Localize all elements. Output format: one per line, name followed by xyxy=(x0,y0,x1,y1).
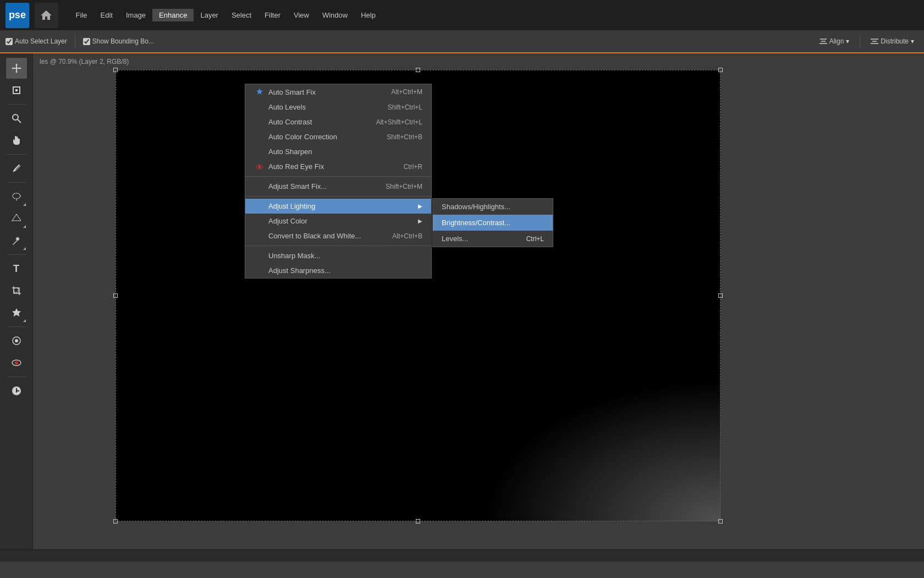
svg-point-6 xyxy=(13,114,18,120)
tool-crop[interactable] xyxy=(6,280,27,301)
convert-bw-shortcut: Alt+Ctrl+B xyxy=(392,232,422,240)
tool-sep-3 xyxy=(7,182,26,183)
auto-color-label: Auto Color Correction xyxy=(268,133,337,141)
menu-file[interactable]: File xyxy=(69,9,94,21)
tool-polygon[interactable] xyxy=(6,208,27,229)
svg-rect-5 xyxy=(871,43,878,44)
adjust-color-arrow: ▶ xyxy=(418,218,422,224)
toolbar: Auto Select Layer Show Bounding Bo... Al… xyxy=(0,30,924,53)
menu-bar: File Edit Image Enhance Layer Select Fil… xyxy=(69,9,919,21)
auto-contrast-label: Auto Contrast xyxy=(268,118,312,126)
menu-edit[interactable]: Edit xyxy=(94,9,119,21)
tool-shape[interactable] xyxy=(6,302,27,323)
svg-point-8 xyxy=(13,193,20,199)
title-bar: pse File Edit Image Enhance Layer Select… xyxy=(0,0,924,30)
submenu-levels[interactable]: Levels... Ctrl+L xyxy=(433,231,553,247)
auto-select-group: Auto Select Layer xyxy=(6,37,67,45)
home-button[interactable] xyxy=(35,3,58,28)
menu-item-auto-contrast[interactable]: Auto Contrast Alt+Shift+Ctrl+L xyxy=(245,114,431,129)
transform-icon xyxy=(11,85,22,96)
handle-mr xyxy=(718,293,723,298)
menu-image[interactable]: Image xyxy=(119,9,152,21)
menu-enhance[interactable]: Enhance xyxy=(152,9,194,21)
svg-point-17 xyxy=(16,362,18,363)
menu-item-adjust-color[interactable]: Adjust Color ▶ xyxy=(245,214,431,228)
auto-select-label: Auto Select Layer xyxy=(15,37,67,45)
eye-icon xyxy=(256,163,263,171)
align-label: Align xyxy=(829,37,844,45)
status-bar xyxy=(0,549,924,561)
auto-red-eye-label: Auto Red Eye Fix xyxy=(268,162,324,171)
main-canvas[interactable]: les @ 70.9% (Layer 2, RGB/8) xyxy=(33,53,924,549)
handle-bm xyxy=(416,519,420,524)
tool-zoom[interactable] xyxy=(6,108,27,129)
sep-1 xyxy=(245,176,431,177)
svg-rect-3 xyxy=(871,39,878,40)
tool-magic-wand[interactable] xyxy=(6,230,27,251)
auto-color-shortcut: Shift+Ctrl+B xyxy=(387,133,422,141)
svg-point-20 xyxy=(258,165,261,168)
move-icon xyxy=(11,63,22,74)
submenu-brightness-contrast[interactable]: Brightness/Contrast... xyxy=(433,215,553,231)
svg-rect-0 xyxy=(820,39,827,40)
menu-select[interactable]: Select xyxy=(225,9,258,21)
tool-eyedropper[interactable] xyxy=(6,158,27,179)
auto-red-eye-shortcut: Ctrl+R xyxy=(404,163,422,171)
brightness-contrast-label: Brightness/Contrast... xyxy=(442,219,510,227)
auto-smart-fix-label: Auto Smart Fix xyxy=(268,88,316,96)
svg-point-14 xyxy=(15,339,18,342)
distribute-button[interactable]: Distribute ▾ xyxy=(866,36,919,47)
menu-item-adjust-smart-fix[interactable]: Adjust Smart Fix... Shift+Ctrl+M xyxy=(245,179,431,194)
adjust-color-label: Adjust Color xyxy=(268,217,307,225)
sep-3 xyxy=(245,246,431,246)
canvas-label: les @ 70.9% (Layer 2, RGB/8) xyxy=(40,58,129,66)
tool-type[interactable]: T xyxy=(6,258,27,279)
align-button[interactable]: Align ▾ xyxy=(815,36,854,47)
menu-item-convert-bw[interactable]: Convert to Black and White... Alt+Ctrl+B xyxy=(245,228,431,243)
toolbar-sep-1 xyxy=(75,35,75,48)
align-icon xyxy=(820,37,827,45)
tool-healing[interactable] xyxy=(6,380,27,401)
menu-view[interactable]: View xyxy=(287,9,316,21)
svg-line-7 xyxy=(18,119,21,123)
menu-filter[interactable]: Filter xyxy=(258,9,287,21)
menu-layer[interactable]: Layer xyxy=(194,9,225,21)
tool-sep-6 xyxy=(7,377,26,377)
menu-item-adjust-sharpness[interactable]: Adjust Sharpness... xyxy=(245,263,431,278)
submenu-shadows-highlights[interactable]: Shadows/Highlights... xyxy=(433,199,553,215)
distribute-chevron: ▾ xyxy=(911,37,914,45)
bounding-box-label: Show Bounding Bo... xyxy=(92,37,154,45)
tool-red-eye[interactable] xyxy=(6,352,27,373)
tool-sep-2 xyxy=(7,154,26,155)
tool-lasso[interactable] xyxy=(6,186,27,207)
menu-item-unsharp[interactable]: Unsharp Mask... xyxy=(245,248,431,263)
menu-item-auto-color[interactable]: Auto Color Correction Shift+Ctrl+B xyxy=(245,129,431,144)
app-logo: pse xyxy=(6,3,29,28)
svg-rect-11 xyxy=(14,288,18,292)
menu-item-adjust-lighting[interactable]: Adjust Lighting ▶ Shadows/Highlights... … xyxy=(245,199,431,214)
menu-item-auto-sharpen[interactable]: Auto Sharpen xyxy=(245,144,431,159)
tool-smart-brush[interactable] xyxy=(6,330,27,351)
tool-hand[interactable] xyxy=(6,130,27,151)
auto-smart-fix-icon xyxy=(254,88,265,96)
menu-item-auto-red-eye[interactable]: Auto Red Eye Fix Ctrl+R xyxy=(245,159,431,174)
left-toolbar: T xyxy=(0,53,33,549)
tool-move[interactable] xyxy=(6,58,27,79)
bounding-box-checkbox[interactable] xyxy=(83,38,90,45)
auto-sharpen-label: Auto Sharpen xyxy=(268,148,312,156)
hand-icon xyxy=(11,135,22,146)
canvas-area: T xyxy=(0,53,924,549)
lasso-icon xyxy=(11,191,22,202)
handle-tm xyxy=(416,68,420,72)
toolbar-sep-2 xyxy=(860,35,860,48)
tool-move-secondary[interactable] xyxy=(6,80,27,101)
auto-levels-label: Auto Levels xyxy=(268,103,306,111)
type-icon: T xyxy=(13,263,19,275)
levels-shortcut: Ctrl+L xyxy=(526,235,544,243)
auto-select-checkbox[interactable] xyxy=(6,38,13,45)
menu-item-auto-smart-fix[interactable]: Auto Smart Fix Alt+Ctrl+M xyxy=(245,84,431,100)
auto-red-eye-icon xyxy=(254,163,265,171)
menu-window[interactable]: Window xyxy=(316,9,354,21)
menu-help[interactable]: Help xyxy=(354,9,382,21)
menu-item-auto-levels[interactable]: Auto Levels Shift+Ctrl+L xyxy=(245,100,431,114)
